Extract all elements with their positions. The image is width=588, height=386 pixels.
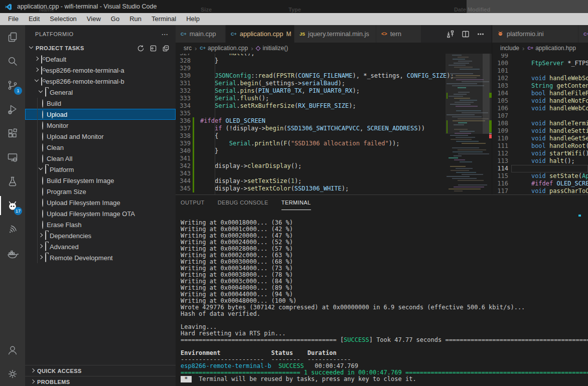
code-token: getContent bbox=[557, 82, 588, 89]
code-line: 332 Serial.pins(PIN_UART0_TX, PIN_UART0_… bbox=[176, 87, 492, 95]
tree-item-general[interactable]: General bbox=[25, 87, 176, 98]
menu-item-help[interactable]: Help bbox=[181, 13, 205, 25]
tab-label: application.cpp bbox=[240, 30, 283, 38]
task-icon bbox=[41, 210, 43, 218]
tab-main-cpp[interactable]: C+main.cpp bbox=[176, 25, 226, 43]
tree-item-upload-filesystem-image-ota[interactable]: Upload Filesystem Image OTA bbox=[25, 208, 176, 219]
activity-item-search[interactable] bbox=[0, 49, 25, 73]
tree-item-advanced[interactable]: Advanced bbox=[25, 241, 176, 252]
editor-scrollbar[interactable] bbox=[483, 54, 490, 134]
tab-application-cpp[interactable]: C+application.cppM× bbox=[226, 25, 295, 43]
breadcrumb-item[interactable]: include bbox=[500, 45, 519, 52]
panel-tab-debug-console[interactable]: DEBUG CONSOLE bbox=[218, 195, 268, 210]
menu-item-terminal[interactable]: Terminal bbox=[146, 13, 181, 25]
tab-applica[interactable]: C+applica bbox=[578, 25, 588, 43]
task-icon bbox=[41, 155, 43, 162]
activity-item-docker[interactable] bbox=[0, 242, 25, 266]
minimap-change-mark bbox=[447, 120, 448, 133]
tree-item-dependencies[interactable]: Dependencies bbox=[25, 230, 176, 241]
menu-item-go[interactable]: Go bbox=[106, 13, 124, 25]
breadcrumb-item[interactable]: C+application.cpp bbox=[200, 45, 248, 52]
code-line: 105 void handleNotFou bbox=[492, 97, 588, 105]
terminal-line: Writing at 0x00028000... (57 %) bbox=[181, 246, 588, 252]
tab-jquery-terminal-min-js[interactable]: JSjquery.terminal.min.js bbox=[295, 25, 376, 43]
project-tasks-header[interactable]: PROJECT TASKS bbox=[25, 43, 176, 54]
activity-item-explorer[interactable] bbox=[0, 25, 25, 49]
tab-platformio-ini[interactable]: platformio.ini bbox=[492, 25, 578, 43]
pio-home-icon[interactable] bbox=[150, 45, 157, 52]
line-number: 104 bbox=[492, 90, 508, 97]
activity-item-espressif[interactable] bbox=[0, 218, 25, 242]
code-editor-left[interactable]: 327 halt();328 }329330 JSONConfig::read(… bbox=[176, 54, 492, 195]
tree-item-build[interactable]: Build bbox=[25, 98, 176, 109]
menu-item-file[interactable]: File bbox=[3, 13, 24, 25]
tree-item-upload[interactable]: Upload bbox=[25, 109, 176, 120]
collapse-all-icon[interactable] bbox=[162, 45, 170, 52]
refresh-icon[interactable] bbox=[137, 45, 144, 52]
activity-item-testing[interactable] bbox=[0, 169, 25, 194]
line-number: 117 bbox=[492, 187, 508, 195]
breadcrumb-label: application.cpp bbox=[208, 45, 248, 52]
minimap-line bbox=[452, 147, 479, 148]
tree-item-clean[interactable]: Clean bbox=[25, 142, 176, 153]
more-actions-icon[interactable]: ⋯ bbox=[161, 30, 169, 38]
more-actions-icon[interactable] bbox=[477, 30, 485, 38]
panel-tab-terminal[interactable]: TERMINAL bbox=[281, 195, 311, 210]
tree-item-clean-all[interactable]: Clean All bbox=[25, 153, 176, 164]
activity-item-platformio[interactable]: 17 bbox=[0, 194, 25, 218]
tree-item-upload-filesystem-image[interactable]: Upload Filesystem Image bbox=[25, 197, 176, 208]
activity-item-extensions[interactable] bbox=[0, 121, 25, 145]
activity-item-run-debug[interactable] bbox=[0, 97, 25, 121]
terminal-line: Writing at 0x00034000... (73 %) bbox=[181, 265, 588, 272]
code-line: 113 void halt(); bbox=[492, 157, 588, 165]
activity-item-settings[interactable] bbox=[0, 362, 25, 386]
code-token bbox=[546, 135, 549, 142]
tab-tern[interactable]: <>tern bbox=[376, 25, 421, 43]
chevron-down-icon bbox=[28, 44, 36, 52]
panel-tab-output[interactable]: OUTPUT bbox=[181, 195, 205, 210]
tree-item-label: esp8266-remote-terminal-a bbox=[46, 67, 124, 74]
breadcrumb-item[interactable]: src bbox=[184, 45, 192, 52]
tree-item-default[interactable]: Default bbox=[25, 54, 176, 65]
sidebar: PLATFORMIO ⋯ PROJECT TASKS Defaultesp826… bbox=[25, 25, 176, 386]
code-token: . bbox=[236, 102, 240, 109]
extensions-icon bbox=[7, 127, 19, 139]
activity-badge: 1 bbox=[14, 87, 22, 95]
docker-icon bbox=[7, 248, 19, 260]
tree-item-program-size[interactable]: Program Size bbox=[25, 186, 176, 197]
code-token: PIN_UART0_RX bbox=[309, 87, 353, 94]
activity-item-accounts[interactable] bbox=[0, 338, 25, 362]
code-editor-right[interactable]: 99100 FtpServer *_FTPSe101102 void handl… bbox=[492, 54, 588, 195]
tree-item-esp8266-remote-terminal-b[interactable]: esp8266-remote-terminal-b bbox=[25, 76, 176, 87]
activity-item-remote-explorer[interactable] bbox=[0, 145, 25, 169]
tree-item-remote-development[interactable]: Remote Development bbox=[25, 252, 176, 263]
open-changes-icon[interactable] bbox=[447, 30, 455, 38]
tree-item-esp8266-remote-terminal-a[interactable]: esp8266-remote-terminal-a bbox=[25, 65, 176, 76]
menu-item-run[interactable]: Run bbox=[124, 13, 146, 25]
menu-item-edit[interactable]: Edit bbox=[24, 13, 45, 25]
tree-item-upload-and-monitor[interactable]: Upload and Monitor bbox=[25, 131, 176, 142]
code-token: halt bbox=[549, 157, 564, 164]
code-line: 331 Serial.begin(_settings->serialBaud); bbox=[176, 80, 492, 87]
menu-item-selection[interactable]: Selection bbox=[45, 13, 81, 25]
terminal-text: Terminal will be reused by tasks, press … bbox=[192, 376, 416, 382]
breadcrumb-item[interactable]: C+application.hpp bbox=[527, 45, 576, 52]
minimap-line bbox=[458, 180, 484, 181]
tree-item-platform[interactable]: Platform bbox=[25, 164, 176, 175]
tree-item-monitor[interactable]: Monitor bbox=[25, 120, 176, 131]
code-token: void bbox=[531, 120, 546, 127]
tree-item-build-filesystem-image[interactable]: Build Filesystem Image bbox=[25, 175, 176, 186]
code-token: ), *_settings, bbox=[352, 72, 406, 79]
sidebar-section-quick-access[interactable]: QUICK ACCESS bbox=[25, 365, 176, 376]
sidebar-section-problems[interactable]: PROBLEMS bbox=[25, 376, 176, 386]
split-editor-icon[interactable] bbox=[462, 30, 470, 38]
tree-item-erase-flash[interactable]: Erase Flash bbox=[25, 219, 176, 230]
breadcrumb-item[interactable]: initialize() bbox=[256, 45, 288, 52]
activity-item-source-control[interactable]: 1 bbox=[0, 73, 25, 97]
terminal-text: SUCCESS bbox=[278, 363, 304, 369]
code-token bbox=[200, 72, 215, 79]
code-text: void passCharToOl bbox=[508, 187, 588, 195]
terminal-output[interactable]: Writing at 0x00018000... (36 %)Writing a… bbox=[181, 220, 588, 386]
code-token: void bbox=[531, 75, 546, 82]
menu-item-view[interactable]: View bbox=[82, 13, 106, 25]
